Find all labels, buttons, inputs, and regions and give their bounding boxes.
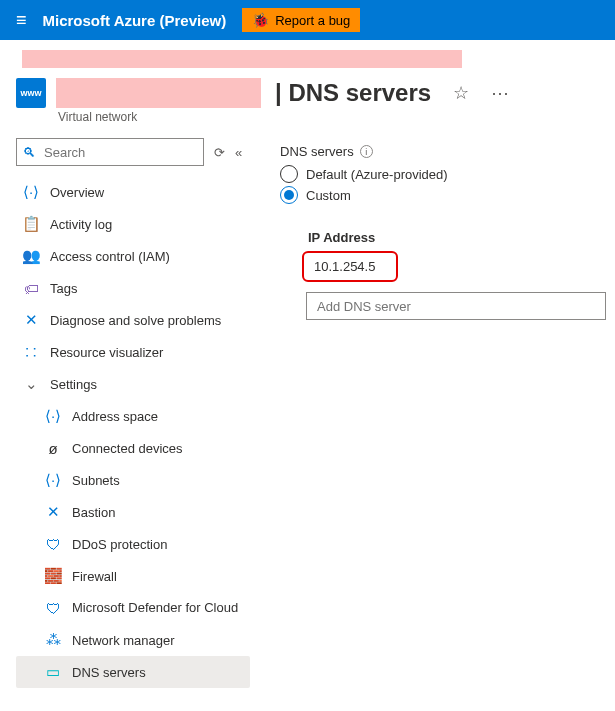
dns-servers-label-row: DNS servers i xyxy=(280,144,615,159)
bug-icon: 🐞 xyxy=(252,12,269,28)
dns-servers-label: DNS servers xyxy=(280,144,354,159)
nav-label: Overview xyxy=(50,185,104,200)
nav-address-space[interactable]: ⟨·⟩Address space xyxy=(16,400,250,432)
collapse-icon[interactable]: « xyxy=(235,145,242,160)
info-icon[interactable]: i xyxy=(360,145,373,158)
subnets-icon: ⟨·⟩ xyxy=(44,471,62,489)
firewall-icon: 🧱 xyxy=(44,567,62,585)
sidebar: 🔍︎ ⟳ « ⟨·⟩Overview 📋Activity log 👥Access… xyxy=(0,138,258,688)
nav-connected[interactable]: øConnected devices xyxy=(16,432,250,464)
vnet-icon: www xyxy=(16,78,46,108)
nav-netmgr[interactable]: ⁂Network manager xyxy=(16,624,250,656)
nav-overview[interactable]: ⟨·⟩Overview xyxy=(16,176,250,208)
ip-address-header: IP Address xyxy=(308,230,615,245)
radio-icon-checked xyxy=(280,186,298,204)
radio-icon xyxy=(280,165,298,183)
devices-icon: ø xyxy=(44,439,62,457)
app-title: Microsoft Azure (Preview) xyxy=(43,12,227,29)
nav-subnets[interactable]: ⟨·⟩Subnets xyxy=(16,464,250,496)
bastion-icon: ✕ xyxy=(44,503,62,521)
nav-defender[interactable]: 🛡Microsoft Defender for Cloud xyxy=(16,592,250,624)
report-bug-label: Report a bug xyxy=(275,13,350,28)
nav-label: Tags xyxy=(50,281,77,296)
nav-label: Settings xyxy=(50,377,97,392)
log-icon: 📋 xyxy=(22,215,40,233)
add-dns-input[interactable] xyxy=(315,298,597,315)
menu-icon[interactable]: ≡ xyxy=(16,10,27,31)
netmgr-icon: ⁂ xyxy=(44,631,62,649)
search-box[interactable]: 🔍︎ xyxy=(16,138,204,166)
nav-label: Subnets xyxy=(72,473,120,488)
ip-address-value[interactable]: 10.1.254.5 xyxy=(302,251,398,282)
nav-label: DDoS protection xyxy=(72,537,167,552)
nav-label: Activity log xyxy=(50,217,112,232)
nav-bastion[interactable]: ✕Bastion xyxy=(16,496,250,528)
visualizer-icon: ⸬ xyxy=(22,343,40,361)
search-icon: 🔍︎ xyxy=(23,145,36,160)
nav-label: Resource visualizer xyxy=(50,345,163,360)
report-bug-button[interactable]: 🐞 Report a bug xyxy=(242,8,360,32)
nav-label: Diagnose and solve problems xyxy=(50,313,221,328)
nav-dns[interactable]: ▭DNS servers xyxy=(16,656,250,688)
nav-label: Connected devices xyxy=(72,441,183,456)
radio-custom-label: Custom xyxy=(306,188,351,203)
defender-icon: 🛡 xyxy=(44,599,62,617)
overview-icon: ⟨·⟩ xyxy=(22,183,40,201)
nav-label: Network manager xyxy=(72,633,175,648)
add-dns-row[interactable] xyxy=(306,292,606,320)
diagnose-icon: ✕ xyxy=(22,311,40,329)
title-redacted xyxy=(56,78,261,108)
more-icon[interactable]: ⋯ xyxy=(491,82,509,104)
nav-settings[interactable]: ⌄Settings xyxy=(16,368,250,400)
nav-label: Firewall xyxy=(72,569,117,584)
page-header: www | DNS servers ☆ ⋯ xyxy=(16,78,615,108)
chevron-down-icon: ⌄ xyxy=(22,375,40,393)
breadcrumb xyxy=(22,50,615,68)
iam-icon: 👥 xyxy=(22,247,40,265)
nav-label: Bastion xyxy=(72,505,115,520)
nav-diagnose[interactable]: ✕Diagnose and solve problems xyxy=(16,304,250,336)
refresh-icon[interactable]: ⟳ xyxy=(214,145,225,160)
nav-label: DNS servers xyxy=(72,665,146,680)
radio-default-label: Default (Azure-provided) xyxy=(306,167,448,182)
nav-activity[interactable]: 📋Activity log xyxy=(16,208,250,240)
nav-label: Microsoft Defender for Cloud xyxy=(72,600,238,616)
nav-iam[interactable]: 👥Access control (IAM) xyxy=(16,240,250,272)
favorite-icon[interactable]: ☆ xyxy=(453,82,469,104)
nav-label: Access control (IAM) xyxy=(50,249,170,264)
radio-default[interactable]: Default (Azure-provided) xyxy=(280,165,615,183)
nav-visualizer[interactable]: ⸬Resource visualizer xyxy=(16,336,250,368)
page-title: | DNS servers xyxy=(275,79,431,107)
nav-tags[interactable]: 🏷Tags xyxy=(16,272,250,304)
resource-type-label: Virtual network xyxy=(58,110,615,124)
dns-icon: ▭ xyxy=(44,663,62,681)
nav-ddos[interactable]: 🛡DDoS protection xyxy=(16,528,250,560)
nav-firewall[interactable]: 🧱Firewall xyxy=(16,560,250,592)
radio-custom[interactable]: Custom xyxy=(280,186,615,204)
main-panel: DNS servers i Default (Azure-provided) C… xyxy=(258,138,615,688)
addrspace-icon: ⟨·⟩ xyxy=(44,407,62,425)
breadcrumb-redacted xyxy=(22,50,462,68)
shield-icon: 🛡 xyxy=(44,535,62,553)
topbar: ≡ Microsoft Azure (Preview) 🐞 Report a b… xyxy=(0,0,615,40)
search-input[interactable] xyxy=(42,144,197,161)
tag-icon: 🏷 xyxy=(22,279,40,297)
nav-label: Address space xyxy=(72,409,158,424)
nav-list: ⟨·⟩Overview 📋Activity log 👥Access contro… xyxy=(16,176,250,688)
